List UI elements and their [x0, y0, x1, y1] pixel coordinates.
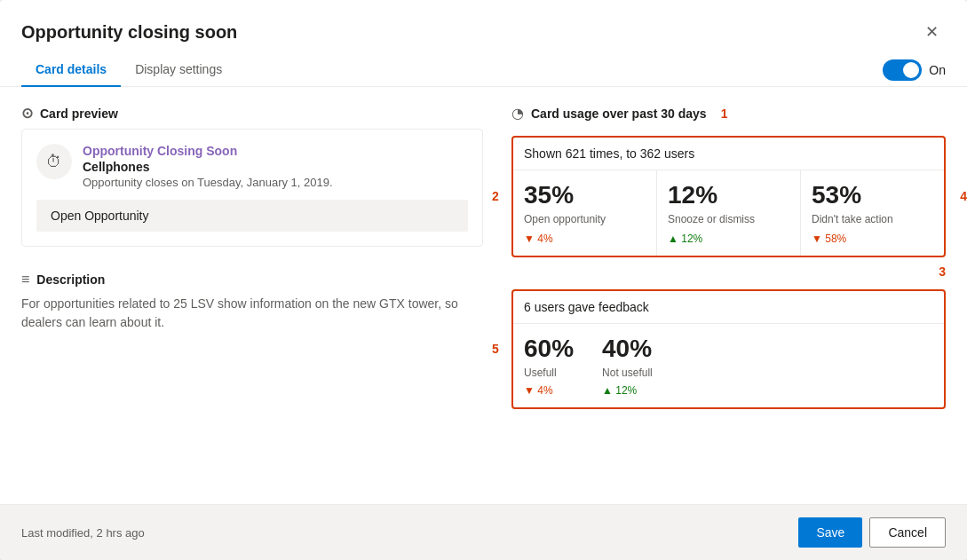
card-company: Cellphones: [83, 160, 468, 174]
preview-icon: ⊙: [21, 105, 33, 122]
stat-delta-0: ▼ 4%: [524, 233, 646, 245]
left-panel: ⊙ Card preview ⏱ Opportunity Closing Soo…: [21, 105, 483, 486]
dialog-body: ⊙ Card preview ⏱ Opportunity Closing Soo…: [0, 87, 967, 504]
usage-icon: ◔: [511, 105, 524, 122]
feedback-usefull: 60% Usefull ▼ 4%: [524, 335, 574, 397]
annotation-2: 2: [492, 189, 499, 203]
stat-snooze-dismiss: 12% Snooze or dismiss ▲ 12%: [657, 170, 801, 256]
tab-card-details[interactable]: Card details: [21, 53, 121, 87]
feedback-delta-1: ▲ 12%: [602, 384, 653, 397]
stat-percent-1: 12%: [668, 181, 789, 209]
card-preview-section: ⊙ Card preview ⏱ Opportunity Closing Soo…: [21, 105, 483, 247]
stat-no-action: 53% Didn't take action ▼ 58%: [801, 170, 944, 256]
stat-delta-1: ▲ 12%: [668, 233, 789, 245]
close-button[interactable]: ✕: [917, 18, 946, 46]
dialog-header: Opportunity closing soon ✕: [0, 0, 967, 46]
feedback-container: 6 users gave feedback 60% Usefull ▼ 4% 4…: [511, 289, 946, 409]
card-preview-top: ⏱ Opportunity Closing Soon Cellphones Op…: [36, 144, 468, 189]
dialog-footer: Last modified, 2 hrs ago Save Cancel: [0, 504, 967, 560]
feedback-percent-0: 60%: [524, 335, 574, 363]
card-opportunity-title: Opportunity Closing Soon: [83, 144, 468, 158]
feedback-wrapper: 5 6 users gave feedback 60% Usefull ▼ 4%…: [511, 289, 946, 409]
annotation-4: 4: [960, 189, 967, 203]
dialog-title: Opportunity closing soon: [21, 22, 237, 43]
usage-title: Card usage over past 30 days: [531, 106, 707, 121]
tab-display-settings[interactable]: Display settings: [121, 53, 236, 87]
right-panel: ◔ Card usage over past 30 days 1 2 4 Sho…: [511, 105, 946, 486]
toggle-row: On: [883, 59, 946, 81]
feedback-label-1: Not usefull: [602, 367, 653, 379]
card-icon: ⏱: [36, 144, 72, 179]
stat-open-opportunity: 35% Open opportunity ▼ 4%: [513, 170, 657, 256]
description-text: For opportunities related to 25 LSV show…: [21, 295, 483, 332]
stat-label-1: Snooze or dismiss: [668, 213, 789, 227]
card-info: Opportunity Closing Soon Cellphones Oppo…: [83, 144, 468, 189]
description-section: ≡ Description For opportunities related …: [21, 272, 483, 332]
card-preview-label: ⊙ Card preview: [21, 105, 483, 122]
stats-metrics-row: 35% Open opportunity ▼ 4% 12% Snooze or …: [513, 170, 944, 256]
on-off-toggle[interactable]: [883, 59, 922, 81]
stat-percent-2: 53%: [812, 181, 933, 209]
cancel-button[interactable]: Cancel: [869, 517, 946, 548]
annotation-3: 3: [939, 264, 946, 279]
footer-modified-text: Last modified, 2 hrs ago: [21, 526, 145, 540]
annotation-1: 1: [721, 106, 728, 121]
footer-buttons: Save Cancel: [798, 517, 946, 548]
feedback-delta-0: ▼ 4%: [524, 384, 574, 397]
annotation-5: 5: [492, 342, 499, 356]
stat-percent-0: 35%: [524, 181, 646, 209]
feedback-not-usefull: 40% Not usefull ▲ 12%: [602, 335, 653, 397]
save-button[interactable]: Save: [798, 517, 862, 548]
usage-stats-container: Shown 621 times, to 362 users 35% Open o…: [511, 136, 946, 257]
dialog: Opportunity closing soon ✕ Card details …: [0, 0, 967, 560]
toggle-label: On: [929, 63, 946, 77]
tabs: Card details Display settings: [21, 53, 236, 86]
description-label: ≡ Description: [21, 272, 483, 288]
description-icon: ≡: [21, 272, 29, 288]
stat-label-0: Open opportunity: [524, 213, 646, 227]
stat-delta-2: ▼ 58%: [812, 233, 933, 245]
open-opportunity-button[interactable]: Open Opportunity: [36, 200, 468, 232]
tabs-row: Card details Display settings On: [0, 53, 967, 87]
annotation-3-area: 3: [511, 264, 946, 279]
feedback-metrics-row: 60% Usefull ▼ 4% 40% Not usefull ▲ 12%: [513, 324, 944, 407]
usage-header: ◔ Card usage over past 30 days 1: [511, 105, 946, 122]
stat-label-2: Didn't take action: [812, 213, 933, 227]
feedback-percent-1: 40%: [602, 335, 653, 363]
card-preview-box: ⏱ Opportunity Closing Soon Cellphones Op…: [21, 129, 483, 247]
feedback-header: 6 users gave feedback: [513, 291, 944, 324]
stats-shown-row: Shown 621 times, to 362 users: [513, 138, 944, 170]
card-closes-text: Opportunity closes on Tuesday, January 1…: [83, 176, 468, 189]
feedback-label-0: Usefull: [524, 367, 574, 379]
